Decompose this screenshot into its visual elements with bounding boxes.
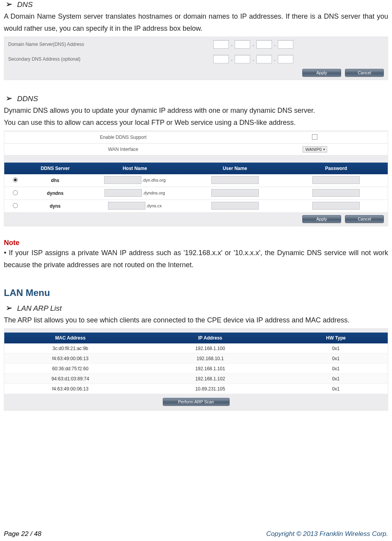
- dns-primary-oct1[interactable]: [213, 40, 229, 49]
- ddns-user-input[interactable]: [211, 176, 259, 184]
- ddns-panel: Enable DDNS Support WAN Interface WANIP0…: [4, 131, 388, 226]
- ddns-table-header: DDNS Server Host Name User Name Password: [4, 163, 388, 174]
- arp-table-body: 3c:d0:f8:21:ac:9b 192.168.1.100 0x1 f4:6…: [4, 343, 388, 394]
- ddns-radio[interactable]: [13, 177, 18, 182]
- ddns-radio[interactable]: [13, 190, 18, 195]
- arp-row: f4:63:49:00:06:13 10.89.231.105 0x1: [4, 384, 388, 394]
- arp-ip: 192.168.1.102: [136, 373, 284, 384]
- arp-mac: f4:63:49:00:06:13: [4, 383, 136, 394]
- arp-header-ip: IP Address: [136, 333, 284, 343]
- ddns-host-suffix: .dyn.dhs.org: [142, 178, 166, 182]
- ddns-pass-input[interactable]: [312, 189, 360, 197]
- dns-panel: Domain Name Server(DNS) Address . . . Se…: [4, 37, 388, 80]
- arp-mac: 94:63:d1:03:89:74: [4, 373, 136, 384]
- dns-primary-row: Domain Name Server(DNS) Address . . .: [4, 37, 388, 52]
- arp-title: LAN ARP List: [17, 304, 62, 313]
- ddns-server-name: dhs: [26, 175, 84, 186]
- arp-heading: ➢ LAN ARP List: [5, 304, 388, 313]
- dns-secondary-label: Secondary DNS Address (optional): [8, 56, 210, 62]
- arp-hw: 0x1: [284, 373, 388, 384]
- ddns-description-1: Dynamic DNS allows you to update your dy…: [4, 105, 388, 117]
- arp-hw: 0x1: [284, 343, 388, 354]
- arp-row: 60:36:dd:75:f2:60 192.168.1.101 0x1: [4, 364, 388, 374]
- dns-primary-label: Domain Name Server(DNS) Address: [8, 42, 210, 47]
- dns-secondary-ip: . . .: [213, 55, 293, 63]
- arp-row: 3c:d0:f8:21:ac:9b 192.168.1.100 0x1: [4, 343, 388, 354]
- arp-ip: 192.168.1.101: [136, 363, 284, 374]
- ddns-user-input[interactable]: [211, 202, 259, 210]
- arp-button-row: Perform ARP Scan: [4, 394, 388, 410]
- ddns-enable-row: Enable DDNS Support: [4, 131, 388, 144]
- ddns-host-input[interactable]: [105, 189, 142, 197]
- dns-apply-button[interactable]: Apply: [302, 69, 341, 77]
- ddns-cancel-button[interactable]: Cancel: [345, 215, 384, 223]
- arp-row: 94:63:d1:03:89:74 192.168.1.102 0x1: [4, 374, 388, 384]
- chevron-right-icon: ➢: [5, 0, 12, 9]
- dns-secondary-row: Secondary DNS Address (optional) . . .: [4, 52, 388, 67]
- ddns-enable-checkbox[interactable]: [312, 134, 317, 140]
- ddns-host-input[interactable]: [104, 176, 141, 184]
- dns-button-row: Apply Cancel: [4, 67, 388, 80]
- arp-mac: 3c:d0:f8:21:ac:9b: [4, 343, 136, 354]
- ddns-pass-input[interactable]: [312, 176, 360, 184]
- page: ➢ DNS A Domain Name System server transl…: [0, 0, 392, 541]
- ddns-header-server: DDNS Server: [26, 163, 84, 174]
- arp-hw: 0x1: [284, 383, 388, 394]
- arp-panel: MAC Address IP Address HW Type 3c:d0:f8:…: [4, 328, 388, 411]
- ddns-heading: ➢ DDNS: [5, 94, 388, 103]
- arp-header-mac: MAC Address: [4, 333, 136, 343]
- dns-secondary-oct4[interactable]: [278, 55, 293, 63]
- chevron-right-icon: ➢: [5, 94, 12, 103]
- chevron-down-icon: ▾: [323, 147, 325, 151]
- ddns-user-input[interactable]: [211, 189, 259, 197]
- dns-primary-oct3[interactable]: [256, 40, 272, 49]
- dns-heading: ➢ DNS: [5, 0, 388, 9]
- dns-title: DNS: [17, 0, 33, 9]
- ddns-radio[interactable]: [13, 203, 18, 208]
- ddns-button-row: Apply Cancel: [4, 213, 388, 226]
- ddns-server-name: dyns: [26, 200, 84, 212]
- ddns-header-pass: Password: [284, 163, 388, 174]
- chevron-right-icon: ➢: [5, 304, 12, 312]
- ddns-title: DDNS: [17, 95, 38, 103]
- ddns-description-2: You can use this to allow can access you…: [4, 117, 388, 129]
- arp-ip: 10.89.231.105: [136, 383, 284, 394]
- ddns-wan-select[interactable]: WANIP0 ▾: [303, 146, 327, 152]
- ddns-row: dyns .dyns.cx: [4, 200, 388, 213]
- dns-secondary-oct1[interactable]: [213, 55, 229, 63]
- dns-primary-oct4[interactable]: [278, 40, 293, 49]
- note-text: • If your ISP assigns a private WAN IP a…: [4, 247, 388, 271]
- dns-primary-oct2[interactable]: [235, 40, 250, 49]
- ddns-enable-label: Enable DDNS Support: [4, 135, 242, 140]
- ddns-wan-row: WAN Interface WANIP0 ▾: [4, 144, 388, 156]
- ddns-row: dyndns .dyndns.org: [4, 187, 388, 200]
- lan-menu-heading: LAN Menu: [4, 287, 388, 298]
- arp-hw: 0x1: [284, 353, 388, 364]
- arp-description: The ARP list allows you to see which cli…: [4, 314, 388, 326]
- footer-left: Page 22 / 48: [4, 530, 41, 538]
- ddns-header-user: User Name: [185, 163, 284, 174]
- arp-hw: 0x1: [284, 363, 388, 374]
- dns-cancel-button[interactable]: Cancel: [345, 69, 384, 77]
- footer-right: Copyright © 2013 Franklin Wireless Corp.: [266, 530, 388, 538]
- ddns-row: dhs .dyn.dhs.org: [4, 174, 388, 187]
- note-label: Note: [4, 239, 388, 247]
- ddns-wan-value: WANIP0: [305, 147, 322, 152]
- arp-ip: 192.168.10.1: [136, 353, 284, 364]
- arp-header-hw: HW Type: [284, 333, 388, 343]
- dns-secondary-oct3[interactable]: [256, 55, 272, 63]
- ddns-pass-input[interactable]: [312, 202, 360, 210]
- dns-primary-ip: . . .: [213, 40, 293, 49]
- ddns-host-input[interactable]: [108, 202, 145, 210]
- ddns-host-suffix: .dyndns.org: [143, 191, 165, 195]
- dns-description: A Domain Name System server translates h…: [4, 11, 388, 34]
- dns-secondary-oct2[interactable]: [235, 55, 250, 63]
- page-footer: Page 22 / 48 Copyright © 2013 Franklin W…: [4, 530, 388, 538]
- ddns-server-name: dyndns: [26, 187, 84, 199]
- arp-mac: 60:36:dd:75:f2:60: [4, 363, 136, 374]
- arp-row: f4:63:49:00:06:13 192.168.10.1 0x1: [4, 354, 388, 364]
- arp-scan-button[interactable]: Perform ARP Scan: [163, 398, 230, 406]
- ddns-apply-button[interactable]: Apply: [302, 215, 341, 223]
- ddns-header-host: Host Name: [84, 163, 185, 174]
- ddns-host-suffix: .dyns.cx: [146, 203, 162, 208]
